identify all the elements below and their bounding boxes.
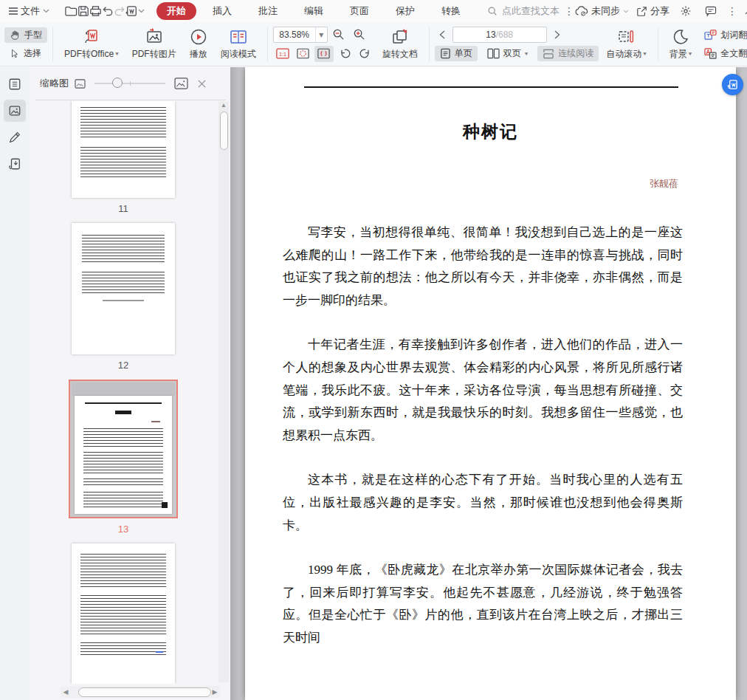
- auto-scroll-button[interactable]: 自动滚动▾: [600, 24, 653, 64]
- thumbnail-page-11[interactable]: [72, 101, 175, 198]
- pdf-to-office-icon: [82, 28, 101, 46]
- sidebar-icon-strip: [0, 67, 30, 700]
- thumbnail-label[interactable]: 12: [118, 354, 128, 380]
- tab-protect[interactable]: 保护: [385, 2, 425, 20]
- chapter-rule: [304, 86, 678, 88]
- share-button[interactable]: 分享: [636, 4, 669, 18]
- full-translate-icon: [704, 48, 717, 59]
- tab-insert[interactable]: 插入: [202, 2, 242, 20]
- chevron-down-icon[interactable]: [138, 3, 145, 19]
- double-page-label: 双页: [503, 47, 521, 60]
- fit-width-button[interactable]: [314, 46, 334, 62]
- double-page-button[interactable]: 双页 ▾: [482, 46, 534, 61]
- rotate-left-button[interactable]: [335, 46, 354, 62]
- rotate-document-button[interactable]: 旋转文档: [376, 24, 424, 64]
- horizontal-scroll-thumb[interactable]: [78, 687, 211, 697]
- tab-annotate[interactable]: 批注: [248, 2, 288, 20]
- save-icon[interactable]: [78, 3, 89, 19]
- outline-panel-button[interactable]: [4, 73, 26, 95]
- chapter-author: 张靓蓓: [245, 177, 678, 191]
- close-panel-icon[interactable]: [197, 79, 207, 89]
- sync-label: 未同步: [591, 4, 620, 18]
- horizontal-scroll-track[interactable]: [71, 687, 210, 697]
- thumbnail-size-slider[interactable]: [94, 83, 165, 84]
- tab-convert[interactable]: 转换: [431, 2, 471, 20]
- convert-to-word-float-button[interactable]: [722, 74, 743, 95]
- select-tool-label: 选择: [24, 47, 41, 60]
- sync-status[interactable]: 未同步: [574, 4, 629, 18]
- zoom-out-button[interactable]: [329, 27, 348, 43]
- select-tool-button[interactable]: 选择: [4, 46, 47, 61]
- rotate-right-button[interactable]: [356, 46, 375, 62]
- titlebar-right: 未同步 分享 ⋮: [574, 3, 747, 19]
- undo-icon[interactable]: [102, 3, 114, 19]
- page-number-input[interactable]: 13/688: [452, 27, 547, 43]
- chevron-down-icon: ▾: [689, 51, 692, 57]
- scroll-right-arrow[interactable]: ▶: [210, 688, 220, 696]
- thumbnail-page-14[interactable]: [72, 543, 175, 684]
- pdf-to-office-button[interactable]: PDF转Office▾: [58, 24, 125, 64]
- background-button[interactable]: 背景▾: [664, 24, 698, 64]
- thumbnail-image-icon: [8, 104, 21, 117]
- continuous-reading-button[interactable]: 连续阅读: [537, 46, 599, 61]
- rotate-document-icon: [390, 28, 410, 46]
- fit-page-button[interactable]: [294, 46, 313, 62]
- paragraph: 1999 年底，《卧虎藏龙》在北京举办第一次国际媒体记者会，我去了，回来后即打算…: [283, 559, 683, 649]
- document-viewer[interactable]: 种树记 张靓蓓 写李安，当初想得很单纯、很简单！我没想到自己选上的是一座这么难爬…: [230, 67, 747, 700]
- tab-edit[interactable]: 编辑: [294, 2, 334, 20]
- zoom-in-button[interactable]: [350, 27, 369, 43]
- word-doc-icon: [727, 79, 738, 90]
- ribbon-toolbar: 手型 选择 PDF转Office▾ PDF转图片 播放 阅读模式: [0, 22, 747, 66]
- thumbnail-page-12[interactable]: [72, 223, 175, 354]
- continuous-reading-label: 连续阅读: [558, 47, 593, 60]
- thumbnail-horizontal-scrollbar[interactable]: ◀ ▶: [61, 686, 220, 698]
- single-page-button[interactable]: 单页: [435, 46, 478, 61]
- vertical-scroll-thumb[interactable]: [220, 111, 228, 150]
- open-file-icon[interactable]: [64, 3, 78, 19]
- settings-gear-icon[interactable]: [677, 3, 695, 19]
- ribbon-tabs: 开始 插入 批注 编辑 页面 保护 转换: [156, 2, 471, 20]
- thumbnail-label[interactable]: 11: [118, 198, 128, 223]
- hand-tool-button[interactable]: 手型: [4, 27, 47, 43]
- scroll-up-arrow[interactable]: ▲: [221, 103, 227, 108]
- large-thumbnail-icon[interactable]: [174, 78, 188, 89]
- chevron-down-icon: ▾: [643, 51, 647, 57]
- annotation-panel-button[interactable]: [4, 126, 26, 148]
- tab-home[interactable]: 开始: [156, 2, 196, 20]
- thumbnail-panel-button[interactable]: [4, 100, 26, 122]
- feedback-comment-icon[interactable]: [702, 3, 720, 19]
- file-menu[interactable]: 文件: [21, 4, 49, 18]
- more-options-icon[interactable]: ⋮: [727, 7, 737, 15]
- next-page-button[interactable]: [550, 27, 565, 43]
- read-mode-button[interactable]: 阅读模式: [215, 24, 262, 64]
- find-text-box[interactable]: 点此查找文本 ⋮: [487, 4, 574, 18]
- export-word-icon[interactable]: [125, 3, 138, 19]
- paragraph: 写李安，当初想得很单纯、很简单！我没想到自己选上的是一座这么难爬的山！一路工作下…: [283, 222, 683, 312]
- double-page-icon: [487, 48, 500, 59]
- share-icon: [636, 6, 647, 17]
- play-button[interactable]: 播放: [184, 24, 213, 64]
- thumbnail-page-13-selected[interactable]: [69, 380, 178, 518]
- search-more-icon[interactable]: ⋮: [564, 7, 574, 15]
- tab-page[interactable]: 页面: [340, 2, 379, 20]
- hand-tool-label: 手型: [24, 29, 42, 41]
- print-icon[interactable]: [89, 3, 102, 19]
- actual-size-button[interactable]: 1:1: [273, 46, 292, 62]
- chevron-down-icon: ▾: [315, 27, 327, 42]
- rotate-document-label: 旋转文档: [382, 48, 418, 61]
- thumbnail-label-selected[interactable]: 13: [118, 518, 128, 543]
- full-translate-button[interactable]: 全文翻译: [699, 46, 747, 61]
- pdf-to-image-icon: [145, 28, 164, 46]
- word-translate-button[interactable]: 划词翻译: [699, 27, 747, 43]
- zoom-level-value: 83.58%: [274, 30, 315, 40]
- scroll-left-arrow[interactable]: ◀: [61, 688, 71, 696]
- thumbnail-vertical-scrollbar[interactable]: ▲: [218, 101, 229, 682]
- slider-knob[interactable]: [112, 78, 123, 88]
- export-panel-button[interactable]: [4, 153, 26, 175]
- main-menu-icon[interactable]: [7, 3, 19, 19]
- zoom-level-combo[interactable]: 83.58% ▾: [273, 27, 328, 43]
- previous-page-button[interactable]: [435, 27, 450, 43]
- small-thumbnail-icon[interactable]: [75, 79, 86, 89]
- pdf-to-image-button[interactable]: PDF转图片: [126, 24, 182, 64]
- redo-icon[interactable]: [114, 3, 125, 19]
